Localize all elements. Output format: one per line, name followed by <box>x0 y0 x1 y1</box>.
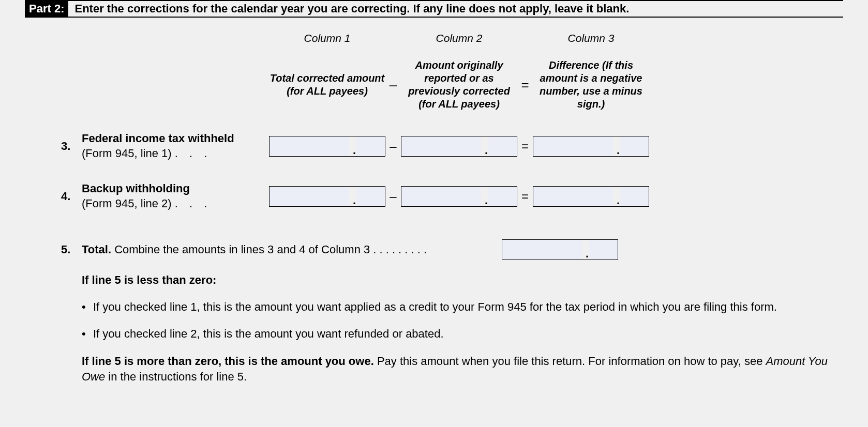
line-5-col3-input[interactable]: . <box>502 239 618 260</box>
minus-operator: – <box>385 139 401 154</box>
less-than-zero-text: If line 5 is less than zero: <box>82 273 216 286</box>
minus-operator: – <box>385 189 401 204</box>
bullet-1-text: If you checked line 1, this is the amoun… <box>93 299 777 315</box>
bullet-1: • If you checked line 1, this is the amo… <box>0 299 868 315</box>
line-3-col3-input[interactable]: . <box>533 136 649 157</box>
line-4-label-bold: Backup withholding <box>82 182 190 195</box>
line-4-dots: . . . <box>175 197 212 210</box>
bullet-2-text: If you checked line 2, this is the amoun… <box>93 326 444 342</box>
more-than-zero-block: If line 5 is more than zero, this is the… <box>0 354 868 384</box>
line-3-col2-input[interactable]: . <box>401 136 517 157</box>
decimal-point: . <box>617 144 620 157</box>
line-5-label-rest: Combine the amounts in lines 3 and 4 of … <box>111 243 370 256</box>
part-instruction: Enter the corrections for the calendar y… <box>68 1 629 17</box>
decimal-point: . <box>617 194 620 207</box>
part-header: Part 2: Enter the corrections for the ca… <box>25 0 843 18</box>
line-5-dots: . . . . . . . . . <box>370 243 502 256</box>
part-label: Part 2: <box>25 1 68 17</box>
column-2-sub: Amount originally reported or as previou… <box>401 59 517 111</box>
more-than-zero-bold: If line 5 is more than zero, this is the… <box>82 355 374 368</box>
line-5-label-bold: Total. <box>82 243 111 256</box>
equals-operator: = <box>517 189 533 204</box>
bullet-icon: • <box>82 299 93 315</box>
column-1-title: Column 1 <box>269 32 385 44</box>
line-4-col3-input[interactable]: . <box>533 186 649 207</box>
line-3-col1-input[interactable]: . <box>269 136 385 157</box>
minus-operator: – <box>385 77 401 93</box>
decimal-point: . <box>353 144 356 157</box>
line-3-label-rest: (Form 945, line 1) <box>82 147 172 160</box>
column-2-title: Column 2 <box>401 32 517 44</box>
more-than-zero-rest-b: in the instructions for line 5. <box>105 370 247 383</box>
decimal-point: . <box>586 247 589 261</box>
column-3-sub: Difference (If this amount is a negative… <box>533 59 649 111</box>
line-3-dots: . . . <box>175 147 212 160</box>
line-5-label: Total. Combine the amounts in lines 3 an… <box>82 243 370 256</box>
line-3-label: Federal income tax withheld (Form 945, l… <box>82 131 269 161</box>
line-4-row: 4. Backup withholding (Form 945, line 2)… <box>0 181 868 211</box>
more-than-zero-rest-a: Pay this amount when you file this retur… <box>374 355 766 368</box>
columns-subheader-row: Total corrected amount (for ALL payees) … <box>0 59 868 111</box>
columns-header-row: Column 1 Column 2 Column 3 <box>0 32 868 44</box>
line-4-label: Backup withholding (Form 945, line 2) . … <box>82 181 269 211</box>
decimal-point: . <box>485 194 488 207</box>
equals-operator: = <box>517 139 533 154</box>
decimal-point: . <box>485 144 488 157</box>
column-3-title: Column 3 <box>533 32 649 44</box>
line-3-row: 3. Federal income tax withheld (Form 945… <box>0 131 868 161</box>
line-5-row: 5. Total. Combine the amounts in lines 3… <box>0 239 868 260</box>
decimal-point: . <box>353 194 356 207</box>
line-3-label-bold: Federal income tax withheld <box>82 132 234 145</box>
line-4-col1-input[interactable]: . <box>269 186 385 207</box>
equals-operator: = <box>517 77 533 93</box>
line-3-number: 3. <box>61 140 82 153</box>
line-4-label-rest: (Form 945, line 2) <box>82 197 172 210</box>
line-4-number: 4. <box>61 190 82 203</box>
less-than-zero-heading: If line 5 is less than zero: <box>0 272 868 288</box>
bullet-icon: • <box>82 326 93 342</box>
column-1-sub: Total corrected amount (for ALL payees) <box>269 72 385 98</box>
bullet-2: • If you checked line 2, this is the amo… <box>0 326 868 342</box>
line-4-col2-input[interactable]: . <box>401 186 517 207</box>
line-5-number: 5. <box>61 243 82 256</box>
